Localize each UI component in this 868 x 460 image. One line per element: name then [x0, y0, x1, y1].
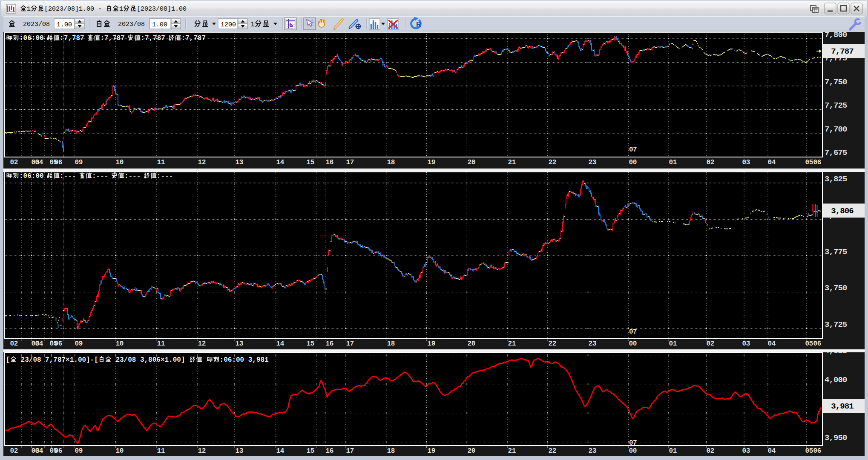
svg-text:12: 12	[198, 447, 206, 455]
svg-text:04: 04	[35, 340, 43, 348]
svg-text:1: 1	[119, 6, 123, 13]
svg-text::06:00: :06:00	[19, 172, 44, 180]
svg-text::06:00: :06:00	[220, 356, 244, 364]
svg-text:18: 18	[387, 340, 395, 348]
svg-text:21: 21	[508, 340, 516, 348]
svg-text::7,787: :7,787	[100, 34, 125, 42]
svg-text:14: 14	[276, 447, 285, 455]
svg-text:7,787: 7,787	[831, 47, 854, 56]
svg-text:16: 16	[326, 447, 333, 455]
svg-text::7,787: :7,787	[181, 34, 206, 42]
svg-text:19: 19	[428, 447, 435, 455]
svg-text:7,750: 7,750	[825, 77, 847, 87]
svg-text:04: 04	[768, 340, 776, 348]
svg-text::---: :---	[124, 172, 141, 180]
svg-text:09: 09	[75, 159, 83, 166]
svg-text:06: 06	[55, 447, 62, 455]
svg-text:01: 01	[669, 159, 677, 166]
svg-text:3,750: 3,750	[825, 283, 847, 293]
svg-text:06: 06	[813, 447, 821, 455]
svg-text:1.00: 1.00	[152, 21, 167, 29]
svg-text:14: 14	[276, 159, 285, 166]
svg-text:2023/08: 2023/08	[23, 21, 50, 28]
svg-text:23: 23	[589, 340, 596, 348]
svg-text:01: 01	[669, 340, 677, 348]
svg-text:13: 13	[236, 340, 243, 348]
svg-text:09: 09	[75, 447, 83, 455]
svg-text:07: 07	[629, 328, 637, 336]
svg-text:3,825: 3,825	[825, 174, 847, 184]
svg-text:06: 06	[55, 340, 62, 348]
svg-text:7,675: 7,675	[825, 148, 847, 157]
svg-text:23/08: 23/08	[21, 356, 41, 364]
svg-text:10: 10	[116, 159, 124, 166]
svg-text:2023/08: 2023/08	[118, 21, 145, 28]
svg-text::7,787: :7,787	[141, 34, 165, 42]
svg-text:3,981: 3,981	[831, 402, 854, 411]
svg-text:02: 02	[10, 340, 18, 348]
svg-text:3,981: 3,981	[248, 356, 269, 364]
svg-text:3,806: 3,806	[831, 206, 854, 216]
svg-text:11: 11	[157, 340, 165, 348]
svg-text:[2023/08]1.00: [2023/08]1.00	[137, 6, 187, 13]
svg-text:20: 20	[468, 447, 475, 455]
svg-text:[2023/08]1.00: [2023/08]1.00	[44, 6, 94, 13]
svg-text:11: 11	[157, 159, 165, 166]
svg-text:23/08: 23/08	[115, 356, 136, 364]
svg-text::06:00: :06:00	[19, 34, 44, 42]
svg-text:21: 21	[508, 159, 516, 166]
svg-text:R: R	[416, 21, 421, 28]
svg-text:06: 06	[813, 159, 821, 166]
svg-text:18: 18	[387, 159, 395, 166]
svg-text:03: 03	[742, 340, 750, 348]
svg-text:4,000: 4,000	[825, 375, 847, 385]
svg-text:13: 13	[236, 159, 243, 166]
svg-text:1: 1	[27, 6, 31, 13]
svg-text:05: 05	[805, 447, 813, 455]
svg-text:22: 22	[549, 159, 556, 166]
svg-text:05: 05	[805, 159, 813, 166]
svg-text:00: 00	[629, 340, 637, 348]
svg-text:16: 16	[326, 159, 333, 166]
svg-text:15: 15	[307, 159, 314, 166]
svg-text:23: 23	[589, 159, 596, 166]
svg-text:3,725: 3,725	[825, 320, 847, 329]
svg-text:00: 00	[629, 447, 637, 455]
svg-text:06: 06	[813, 340, 821, 348]
svg-text:02: 02	[707, 447, 714, 455]
svg-text:02: 02	[707, 340, 714, 348]
svg-text:12: 12	[198, 159, 206, 166]
svg-text:02: 02	[707, 159, 714, 166]
svg-text:[: [	[6, 356, 10, 364]
svg-text:06: 06	[55, 159, 62, 166]
svg-text:16: 16	[326, 340, 333, 348]
svg-text:02: 02	[10, 159, 18, 166]
svg-text:04: 04	[768, 159, 776, 166]
svg-text:15: 15	[307, 340, 314, 348]
svg-text:7,787×1.00]-[: 7,787×1.00]-[	[45, 356, 98, 364]
svg-text:05: 05	[805, 340, 813, 348]
svg-text:1.00: 1.00	[57, 21, 72, 29]
svg-text:23: 23	[589, 447, 596, 455]
svg-text:02: 02	[10, 447, 18, 455]
svg-text::---: :---	[157, 172, 173, 180]
svg-text:7,700: 7,700	[825, 125, 847, 134]
svg-text:18: 18	[387, 447, 395, 455]
svg-text:07: 07	[629, 439, 637, 447]
svg-text:12: 12	[198, 340, 206, 348]
svg-text:15: 15	[307, 447, 314, 455]
svg-text:14: 14	[276, 340, 285, 348]
svg-text:1200: 1200	[221, 21, 236, 29]
svg-text:11: 11	[157, 447, 165, 455]
svg-text:04: 04	[768, 447, 776, 455]
svg-text:21: 21	[508, 447, 516, 455]
svg-text:03: 03	[742, 447, 750, 455]
svg-text:04: 04	[35, 447, 43, 455]
svg-text:00: 00	[629, 159, 637, 166]
svg-text:10: 10	[116, 447, 124, 455]
svg-text:03: 03	[742, 159, 750, 166]
svg-text:04: 04	[35, 159, 43, 166]
svg-text:19: 19	[428, 340, 435, 348]
svg-text:-: -	[98, 6, 102, 13]
svg-text:07: 07	[629, 146, 637, 154]
